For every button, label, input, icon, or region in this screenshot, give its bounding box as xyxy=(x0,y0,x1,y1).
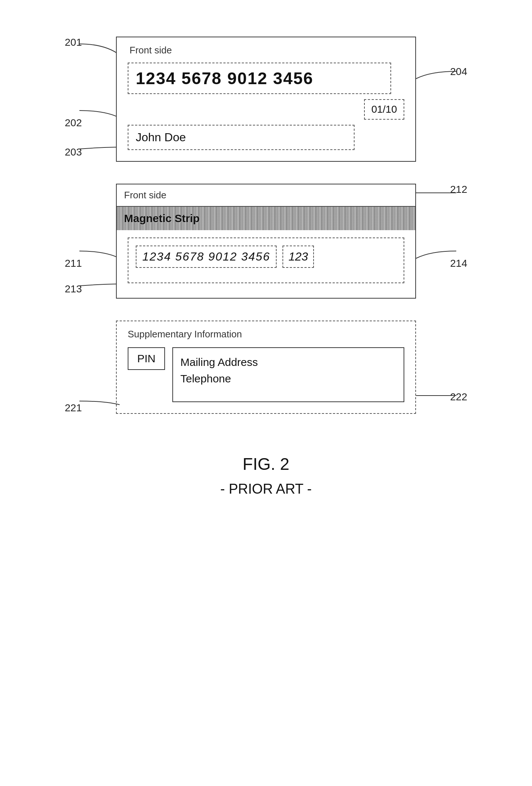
card-back-body: 1234 5678 9012 3456 123 xyxy=(117,230,415,298)
ref-label-203: 203 xyxy=(65,146,82,158)
card-back-inner: 1234 5678 9012 3456 123 xyxy=(128,237,404,283)
ref-label-214: 214 xyxy=(450,258,467,269)
page-container: 201 202 203 204 Front side 1234 5678 901… xyxy=(0,0,532,786)
card-back-number: 1234 5678 9012 3456 xyxy=(136,246,277,268)
card-back-header: Front side xyxy=(117,184,415,207)
card-section-1: 201 202 203 204 Front side 1234 5678 901… xyxy=(116,37,416,162)
card-back-numbers-row: 1234 5678 9012 3456 123 xyxy=(136,246,396,268)
pin-box: PIN xyxy=(128,347,165,370)
ref-label-221: 221 xyxy=(65,402,82,414)
card-back-cvv: 123 xyxy=(282,246,314,268)
ref-label-204: 204 xyxy=(450,66,467,78)
card-front-header: Front side xyxy=(128,45,404,56)
card-number: 1234 5678 9012 3456 xyxy=(128,63,391,94)
magnetic-strip-label: Magnetic Strip xyxy=(124,212,200,225)
card-section-2: 211 212 213 214 Front side Magnetic Stri… xyxy=(116,184,416,299)
card-back: Front side Magnetic Strip 1234 5678 9012… xyxy=(116,184,416,299)
card-front: Front side 1234 5678 9012 3456 01/10 Joh… xyxy=(116,37,416,162)
card-section-3: 221 222 Supplementary Information PIN Ma… xyxy=(116,321,416,414)
ref-label-213: 213 xyxy=(65,283,82,295)
ref-label-201: 201 xyxy=(65,37,82,48)
ref-label-211: 211 xyxy=(65,258,82,269)
magnetic-strip: Magnetic Strip xyxy=(117,207,415,230)
ref-label-212: 212 xyxy=(450,184,467,195)
cardholder-name: John Doe xyxy=(128,125,355,150)
ref-label-202: 202 xyxy=(65,117,82,129)
fig-label: FIG. 2 xyxy=(243,454,289,474)
expiry-row: 01/10 xyxy=(128,99,404,120)
supplementary-info-box: Supplementary Information PIN Mailing Ad… xyxy=(116,321,416,414)
supp-header: Supplementary Information xyxy=(128,329,404,340)
telephone-text: Telephone xyxy=(180,373,231,385)
mailing-address-text: Mailing Address xyxy=(180,356,258,368)
expiry: 01/10 xyxy=(364,99,404,120)
prior-art-label: - PRIOR ART - xyxy=(220,481,312,497)
ref-label-222: 222 xyxy=(450,391,467,403)
supp-body: PIN Mailing Address Telephone xyxy=(128,347,404,402)
mailing-address-box: Mailing Address Telephone xyxy=(172,347,404,402)
